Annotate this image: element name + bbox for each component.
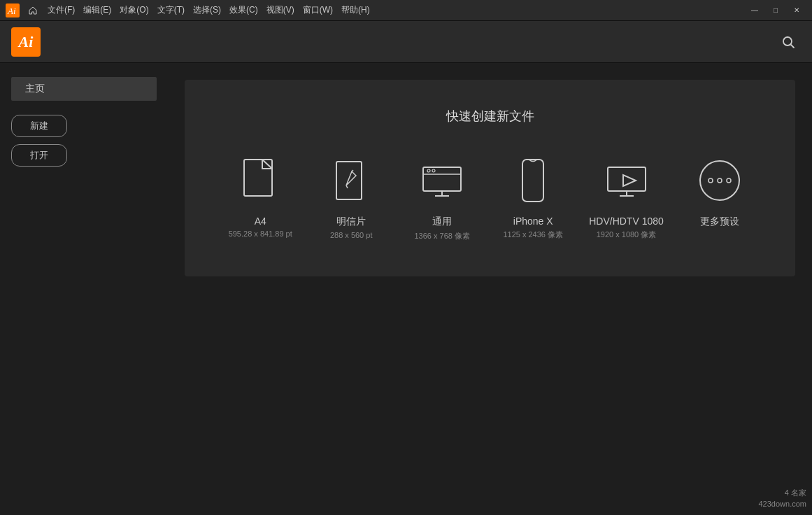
postcard-size: 288 x 560 pt <box>330 231 373 239</box>
quick-create-panel: 快速创建新文件 A4 595.28 x 841.89 pt <box>185 80 795 276</box>
menu-view[interactable]: 视图(V) <box>262 0 299 20</box>
postcard-name: 明信片 <box>336 216 366 228</box>
template-more[interactable]: 更多预设 <box>685 153 755 231</box>
template-iphone[interactable]: iPhone X 1125 x 2436 像素 <box>498 153 568 240</box>
template-a4[interactable]: A4 595.28 x 841.89 pt <box>225 153 295 238</box>
more-icon <box>692 153 748 209</box>
app-logo: Ai <box>11 27 41 57</box>
title-bar-logo-icon: Ai <box>6 3 20 17</box>
template-hdtv[interactable]: HDV/HDTV 1080 1920 x 1080 像素 <box>589 153 664 240</box>
close-button[interactable]: ✕ <box>787 3 806 18</box>
svg-line-7 <box>352 170 353 171</box>
more-name: 更多预设 <box>700 216 739 228</box>
hdtv-name: HDV/HDTV 1080 <box>589 216 664 227</box>
svg-rect-14 <box>522 160 543 202</box>
menu-object[interactable]: 对象(O) <box>115 0 152 20</box>
sidebar: 主页 新建 打开 <box>0 63 168 515</box>
a4-icon <box>232 153 288 209</box>
general-name: 通用 <box>432 216 452 228</box>
search-button[interactable] <box>776 29 801 55</box>
minimize-button[interactable]: — <box>745 3 764 18</box>
menu-window[interactable]: 窗口(W) <box>299 0 337 20</box>
svg-rect-8 <box>423 167 461 191</box>
svg-text:Ai: Ai <box>7 6 16 16</box>
svg-point-19 <box>700 161 739 200</box>
templates-row: A4 595.28 x 841.89 pt 明信片 <box>225 153 755 241</box>
template-postcard[interactable]: 明信片 288 x 560 pt <box>316 153 386 239</box>
hdtv-icon <box>599 153 655 209</box>
svg-point-11 <box>432 169 435 172</box>
menu-bar: 文件(F) 编辑(E) 对象(O) 文字(T) 选择(S) 效果(C) 视图(V… <box>43 0 374 20</box>
iphone-icon <box>505 153 561 209</box>
home-tab[interactable]: 主页 <box>11 77 157 101</box>
svg-point-20 <box>708 178 713 183</box>
app-header: Ai <box>0 21 812 63</box>
svg-line-3 <box>791 44 795 48</box>
main-layout: 主页 新建 打开 快速创建新文件 A4 <box>0 63 812 515</box>
panel-title: 快速创建新文件 <box>446 108 534 125</box>
menu-help[interactable]: 帮助(H) <box>337 0 374 20</box>
menu-edit[interactable]: 编辑(E) <box>79 0 115 20</box>
postcard-icon <box>323 153 379 209</box>
svg-point-10 <box>427 169 430 172</box>
sidebar-buttons: 新建 打开 <box>11 115 157 167</box>
svg-point-21 <box>718 178 722 183</box>
maximize-button[interactable]: □ <box>766 3 785 18</box>
open-button[interactable]: 打开 <box>11 144 67 167</box>
template-general[interactable]: 通用 1366 x 768 像素 <box>407 153 477 241</box>
general-size: 1366 x 768 像素 <box>414 231 470 241</box>
svg-marker-16 <box>623 175 636 186</box>
menu-effect[interactable]: 效果(C) <box>225 0 262 20</box>
new-button[interactable]: 新建 <box>11 115 67 137</box>
a4-size: 595.28 x 841.89 pt <box>229 230 292 238</box>
general-icon <box>414 153 470 209</box>
menu-select[interactable]: 选择(S) <box>189 0 225 20</box>
svg-line-6 <box>346 185 348 188</box>
svg-rect-15 <box>608 167 646 191</box>
window-controls: — □ ✕ <box>745 3 806 18</box>
watermark: 4 名家 423down.com <box>759 488 807 509</box>
iphone-name: iPhone X <box>513 216 553 227</box>
iphone-size: 1125 x 2436 像素 <box>503 230 563 240</box>
title-bar: Ai 文件(F) 编辑(E) 对象(O) 文字(T) 选择(S) 效果(C) 视… <box>0 0 812 21</box>
svg-rect-5 <box>336 162 362 199</box>
a4-name: A4 <box>255 216 266 227</box>
watermark-line1: 4 名家 <box>759 488 807 498</box>
watermark-line2: 423down.com <box>759 499 807 509</box>
home-icon[interactable] <box>25 0 41 20</box>
menu-file[interactable]: 文件(F) <box>43 0 79 20</box>
svg-point-22 <box>727 178 731 183</box>
menu-text[interactable]: 文字(T) <box>153 0 189 20</box>
hdtv-size: 1920 x 1080 像素 <box>597 230 657 240</box>
content-area: 快速创建新文件 A4 595.28 x 841.89 pt <box>168 63 812 515</box>
